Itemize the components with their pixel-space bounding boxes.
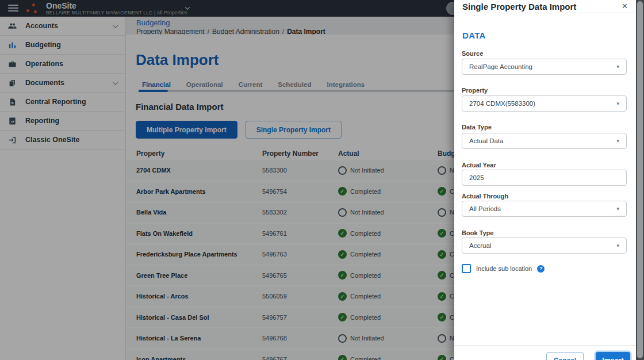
book-type-label: Book Type [462, 229, 493, 236]
single-property-import-panel: Single Property Data Import ✕ DATA Sourc… [454, 0, 636, 360]
include-sub-location-row: Include sub location ? [462, 264, 545, 273]
chevron-down-icon: ▾ [616, 243, 619, 248]
property-value: 2704 CDMX(5583300) [469, 100, 535, 107]
source-value: RealPage Accounting [469, 63, 532, 70]
source-label: Source [462, 50, 483, 57]
property-select[interactable]: 2704 CDMX(5583300) ▾ [462, 95, 627, 112]
actual-through-value: All Periods [469, 205, 501, 212]
scrollbar-thumb[interactable] [637, 1, 643, 358]
chevron-down-icon: ▾ [616, 206, 619, 212]
import-button[interactable]: Import [596, 352, 630, 360]
chevron-down-icon: ▾ [616, 138, 619, 144]
book-type-select[interactable]: Accrual ▾ [462, 238, 627, 254]
data-type-select[interactable]: Actual Data ▾ [462, 133, 627, 149]
actual-year-input[interactable] [462, 170, 627, 186]
panel-section-heading: DATA [462, 30, 486, 40]
actual-through-select[interactable]: All Periods ▾ [462, 201, 627, 217]
close-icon[interactable]: ✕ [622, 2, 628, 11]
vertical-scrollbar [636, 0, 644, 360]
panel-header: Single Property Data Import ✕ [454, 0, 636, 13]
book-type-value: Accrual [469, 242, 491, 249]
actual-year-label: Actual Year [462, 162, 496, 168]
include-sub-location-label: Include sub location [476, 265, 532, 272]
chevron-down-icon: ▾ [616, 101, 619, 106]
help-icon[interactable]: ? [537, 265, 545, 273]
actual-through-label: Actual Through [462, 193, 508, 200]
chevron-down-icon: ▾ [616, 64, 619, 70]
data-type-value: Actual Data [469, 137, 503, 144]
cancel-button[interactable]: Cancel [546, 352, 584, 360]
panel-footer: Cancel Import [454, 345, 636, 360]
property-label: Property [462, 87, 488, 94]
panel-title: Single Property Data Import [462, 2, 576, 12]
data-type-label: Data Type [462, 124, 492, 131]
include-sub-location-checkbox[interactable] [462, 264, 471, 273]
source-select[interactable]: RealPage Accounting ▾ [462, 59, 627, 75]
